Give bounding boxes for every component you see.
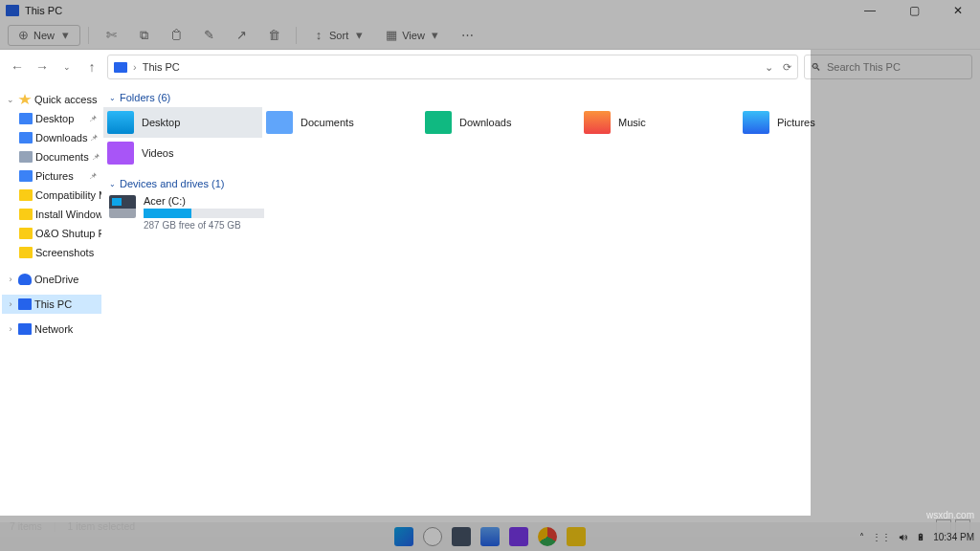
folder-icon [19,151,33,163]
sidebar-item-o&o-shutup-review[interactable]: O&O Shutup Review [2,224,101,243]
back-button[interactable]: ← [8,57,27,77]
thispc-icon [18,298,32,310]
rename-button[interactable]: ✎ [194,26,223,45]
widgets-icon[interactable] [480,527,500,546]
tray-chevron-icon[interactable]: ˄ [859,532,864,542]
taskbar: ˄ ⋮⋮ 🔊︎ 🔋︎ 10:34 PM [0,522,980,551]
chevron-down-icon: ⌄ [6,95,15,104]
sidebar-quick-access[interactable]: ⌄ Quick access [2,90,101,109]
chevron-down-icon: ▾ [352,29,366,42]
group-label: Devices and drives (1) [120,178,224,189]
sidebar-item-label: Pictures [35,170,74,182]
chevron-down-icon: ▾ [58,29,72,42]
sidebar-item-documents[interactable]: Documents📌︎ [2,147,101,166]
titlebar: This PC — ▢ ✕ [0,0,980,21]
drive-icon [109,195,136,218]
sidebar-item-install-windows-11[interactable]: Install Windows 11 [2,205,101,224]
folder-tile-videos[interactable]: Videos [103,138,262,168]
sidebar-item-compatibility-mode[interactable]: Compatibility Mode [2,186,101,205]
explorer-taskbar-icon[interactable] [567,527,586,546]
search-placeholder: Search This PC [827,61,901,73]
sidebar-item-label: Desktop [35,113,74,124]
volume-icon[interactable]: 🔊︎ [899,532,908,542]
sidebar-item-label: OneDrive [34,274,78,285]
sidebar-item-pictures[interactable]: Pictures📌︎ [2,166,101,186]
network-icon [18,323,32,335]
forward-button[interactable]: → [33,57,52,77]
close-button[interactable]: ✕ [946,4,970,17]
folder-icon [19,189,33,201]
folder-icon [19,132,33,143]
minimize-button[interactable]: — [858,4,882,17]
search-taskbar-icon[interactable] [423,527,442,546]
watermark: wsxdn.com [926,510,974,520]
sidebar: ⌄ Quick access Desktop📌︎Downloads📌︎Docum… [0,84,103,516]
pin-icon: 📌︎ [92,152,100,162]
battery-icon[interactable]: 🔋︎ [916,532,925,542]
thispc-icon [114,62,127,73]
folder-icon [19,113,33,124]
maximize-button[interactable]: ▢ [902,4,926,17]
chrome-icon[interactable] [538,527,557,546]
up-button[interactable]: ↑ [82,57,101,77]
group-header-folders[interactable]: ⌄ Folders (6) [109,92,970,103]
share-icon: ↗ [234,29,248,42]
sort-button[interactable]: ↕ Sort ▾ [304,26,373,45]
sidebar-item-screenshots[interactable]: Screenshots [2,243,101,262]
folder-tile-music[interactable]: Music [580,107,739,138]
delete-button[interactable]: 🗑︎ [259,26,288,45]
cut-button[interactable]: ✄ [97,26,125,45]
sidebar-network[interactable]: › Network [2,320,101,339]
pin-icon: 📌︎ [89,114,98,123]
sidebar-item-label: Downloads [35,132,87,143]
separator [296,27,297,44]
taskview-icon[interactable] [452,527,471,546]
sidebar-item-desktop[interactable]: Desktop📌︎ [2,109,101,128]
more-button[interactable]: ⋯ [454,26,482,45]
copy-button[interactable]: ⧉ [129,26,158,45]
paste-button[interactable]: 📋︎ [162,26,190,45]
system-tray[interactable]: ˄ ⋮⋮ 🔊︎ 🔋︎ 10:34 PM [859,532,974,542]
sidebar-onedrive[interactable]: › OneDrive [2,270,101,289]
folder-tile-desktop[interactable]: Desktop [103,107,262,138]
wifi-icon[interactable]: ⋮⋮ [872,532,891,542]
address-bar[interactable]: › This PC ⌄ ⟳ [107,55,798,79]
address-dropdown-icon[interactable]: ⌄ [765,61,773,74]
chat-icon[interactable] [509,527,528,546]
folder-label: Videos [142,147,173,159]
folder-tile-pictures[interactable]: Pictures [739,107,898,138]
rename-icon: ✎ [202,29,215,42]
folder-label: Pictures [777,117,815,128]
folder-tile-downloads[interactable]: Downloads [421,107,580,138]
folder-label: Music [618,117,646,128]
view-button-label: View [402,30,425,41]
chevron-right-icon: › [6,275,15,284]
view-icon: ▦ [385,29,398,42]
recent-button[interactable]: ⌄ [57,57,77,77]
clock-time: 10:34 PM [933,532,974,542]
window-title: This PC [25,5,62,16]
copy-icon: ⧉ [137,29,150,42]
breadcrumb[interactable]: This PC [143,61,180,73]
breadcrumb-sep: › [133,61,137,73]
drive-tile[interactable]: Acer (C:) 287 GB free of 475 GB [105,193,268,232]
folder-icon [266,111,293,134]
refresh-button[interactable]: ⟳ [783,61,791,74]
new-button[interactable]: ⊕ New ▾ [8,25,80,46]
chevron-down-icon: ⌄ [109,94,116,102]
start-button[interactable] [394,527,413,546]
plus-icon: ⊕ [16,29,30,42]
star-icon [18,94,32,105]
sidebar-item-downloads[interactable]: Downloads📌︎ [2,128,101,147]
share-button[interactable]: ↗ [227,26,256,45]
folder-icon [107,142,134,165]
group-header-drives[interactable]: ⌄ Devices and drives (1) [109,178,970,189]
sidebar-thispc[interactable]: › This PC [2,295,101,314]
ellipsis-icon: ⋯ [461,29,475,42]
view-button[interactable]: ▦ View ▾ [377,26,450,45]
folder-tile-documents[interactable]: Documents [262,107,421,138]
sidebar-item-label: O&O Shutup Review [35,228,101,239]
sidebar-item-label: Screenshots [35,247,94,258]
search-input[interactable]: 🔍︎ Search This PC [804,55,972,79]
sidebar-item-label: Documents [35,151,89,163]
